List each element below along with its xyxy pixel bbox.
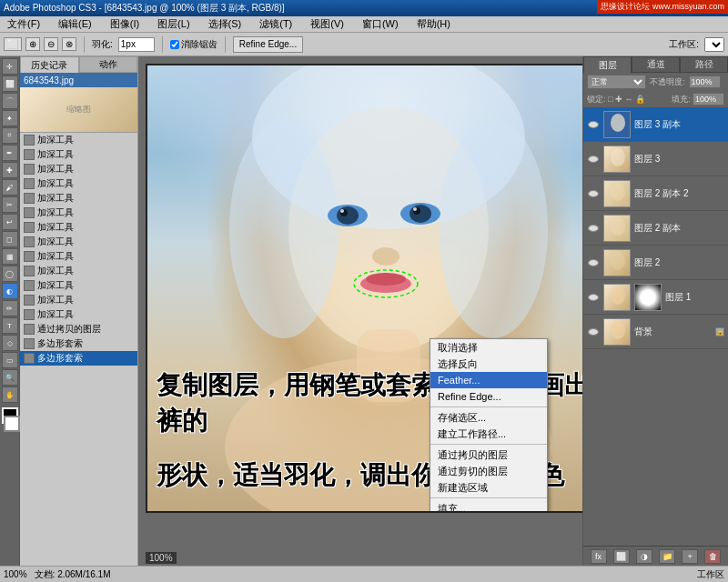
history-item-14[interactable]: 多边形套索 xyxy=(20,336,137,351)
layer-eye-6[interactable] xyxy=(587,326,600,338)
menu-view[interactable]: 视图(V) xyxy=(307,16,348,32)
ctx-copy-layer[interactable]: 通过拷贝的图层 xyxy=(430,447,547,463)
menu-window[interactable]: 窗口(W) xyxy=(359,16,402,32)
ctx-cancel-select[interactable]: 取消选择 xyxy=(430,339,547,356)
history-item-2[interactable]: 加深工具 xyxy=(20,162,137,176)
ctx-refine-edge[interactable]: Refine Edge... xyxy=(430,388,547,405)
tool-move[interactable]: ✛ xyxy=(2,58,18,75)
layer-item-4[interactable]: 图层 2 xyxy=(583,246,728,280)
tool-eyedrop[interactable]: ✒ xyxy=(2,145,18,161)
layer-new-btn[interactable]: + xyxy=(682,549,698,564)
refine-edge-button[interactable]: Refine Edge... xyxy=(233,36,303,53)
layer-item-2[interactable]: 图层 2 副本 2 xyxy=(583,176,728,211)
history-item-3[interactable]: 加深工具 xyxy=(20,176,137,191)
layer-item-1[interactable]: 图层 3 xyxy=(583,142,728,176)
layer-style-btn[interactable]: fx xyxy=(591,549,607,564)
tab-channels[interactable]: 通道 xyxy=(632,56,680,73)
opacity-input[interactable] xyxy=(689,75,721,88)
layer-eye-1[interactable] xyxy=(587,153,600,166)
tool-blur[interactable]: ◯ xyxy=(2,266,18,282)
layer-eye-4[interactable] xyxy=(587,256,600,269)
menu-filter[interactable]: 滤镜(T) xyxy=(256,16,296,32)
layer-mask-btn[interactable]: ⬜ xyxy=(613,549,630,564)
history-item-7[interactable]: 加深工具 xyxy=(20,235,137,249)
tool-eraser[interactable]: ◻ xyxy=(2,231,18,247)
blend-mode-select[interactable]: 正常 xyxy=(587,75,646,89)
tool-brush[interactable]: 🖌 xyxy=(2,179,18,196)
tab-paths[interactable]: 路径 xyxy=(680,56,728,73)
menu-file[interactable]: 文件(F) xyxy=(4,16,44,32)
layer-item-5[interactable]: 图层 1 xyxy=(583,280,728,315)
ctx-cut-layer[interactable]: 通过剪切的图层 xyxy=(430,463,547,479)
menu-help[interactable]: 帮助(H) xyxy=(413,16,454,32)
tool-shape[interactable]: ▭ xyxy=(2,352,18,368)
ctx-fill[interactable]: 填充... xyxy=(430,500,547,511)
anti-alias-label: 消除锯齿 xyxy=(170,38,217,51)
ctx-feather[interactable]: Feather... xyxy=(430,372,547,388)
history-list: 加深工具 加深工具 加深工具 加深工具 加深工具 加深工具 加深工具 加深工具 … xyxy=(20,133,137,566)
tool-clone[interactable]: ✂ xyxy=(2,196,18,213)
tool-heal[interactable]: ✚ xyxy=(2,162,18,178)
history-tab[interactable]: 历史记录 xyxy=(20,56,79,73)
ctx-invert-select[interactable]: 选择反向 xyxy=(430,356,547,372)
layer-thumb-5 xyxy=(603,284,631,311)
history-item-6[interactable]: 加深工具 xyxy=(20,220,137,235)
history-item-11[interactable]: 加深工具 xyxy=(20,293,137,307)
ctx-work-path[interactable]: 建立工作路径... xyxy=(430,426,547,442)
ctx-save-select[interactable]: 存储选区... xyxy=(430,409,547,426)
tool-path[interactable]: ◇ xyxy=(2,335,18,351)
history-item-4[interactable]: 加深工具 xyxy=(20,191,137,206)
layer-group-btn[interactable]: 📁 xyxy=(659,549,675,564)
tool-hand[interactable]: ✋ xyxy=(2,386,18,403)
toolbar-icon2[interactable]: ⊕ xyxy=(25,37,40,51)
toolbar-icon4[interactable]: ⊗ xyxy=(62,37,76,51)
tool-gradient[interactable]: ▦ xyxy=(2,248,18,265)
history-item-12[interactable]: 加深工具 xyxy=(20,307,137,322)
menu-layer[interactable]: 图层(L) xyxy=(154,16,193,32)
right-panels: 图层 通道 路径 正常 不透明度: 锁定: □ ✚ ↔ 🔒 填充: xyxy=(582,56,728,566)
toolbar-icon1[interactable]: ⬜ xyxy=(4,37,22,51)
history-item-5[interactable]: 加深工具 xyxy=(20,206,137,220)
layer-adj-btn[interactable]: ◑ xyxy=(636,549,652,564)
history-item-15[interactable]: 多边形套索 xyxy=(20,351,137,366)
tab-layers[interactable]: 图层 xyxy=(583,56,632,73)
history-item-1[interactable]: 加深工具 xyxy=(20,147,137,162)
layer-eye-5[interactable] xyxy=(587,291,600,304)
fill-input[interactable] xyxy=(693,93,724,105)
menu-edit[interactable]: 编辑(E) xyxy=(55,16,96,32)
tool-lasso[interactable]: ⌒ xyxy=(2,93,18,109)
history-item-8[interactable]: 加深工具 xyxy=(20,249,137,264)
layer-item-6[interactable]: 背景 🔒 xyxy=(583,315,728,349)
hist-icon-15 xyxy=(24,353,35,364)
layer-eye-2[interactable] xyxy=(587,187,600,200)
feather-input[interactable] xyxy=(118,37,155,52)
history-item-13[interactable]: 通过拷贝的图层 xyxy=(20,322,137,336)
layer-item-3[interactable]: 图层 2 副本 xyxy=(583,211,728,246)
tool-crop[interactable]: ⌗ xyxy=(2,127,18,144)
toolbar-icon3[interactable]: ⊖ xyxy=(44,37,58,51)
history-item-0[interactable]: 加深工具 xyxy=(20,133,137,147)
anti-alias-checkbox[interactable] xyxy=(170,40,179,49)
tool-history[interactable]: ↩ xyxy=(2,214,18,230)
ctx-new-select[interactable]: 新建选区域 xyxy=(430,479,547,496)
layer-item-0[interactable]: 图层 3 副本 xyxy=(583,107,728,142)
svg-point-12 xyxy=(372,247,399,266)
canvas-area[interactable]: 复制图层，用钢笔或套索工具，勾画出嘴裤的 形状，适当羽化，调出你喜欢的颜色 取消… xyxy=(138,56,582,566)
menu-select[interactable]: 选择(S) xyxy=(205,16,246,32)
layer-eye-3[interactable] xyxy=(587,222,600,235)
history-item-9[interactable]: 加深工具 xyxy=(20,264,137,278)
tool-marquee[interactable]: ⬜ xyxy=(2,75,18,92)
tool-zoom[interactable]: 🔍 xyxy=(2,369,18,386)
layer-eye-0[interactable] xyxy=(587,118,600,131)
tool-pen[interactable]: ✏ xyxy=(2,300,18,316)
menu-image[interactable]: 图像(I) xyxy=(106,16,143,32)
tool-dodge[interactable]: ◐ xyxy=(2,283,18,299)
history-item-10[interactable]: 加深工具 xyxy=(20,278,137,293)
tool-wand[interactable]: ✦ xyxy=(2,110,18,126)
layer-delete-btn[interactable]: 🗑 xyxy=(704,549,721,564)
svg-point-5 xyxy=(337,206,359,225)
tool-text[interactable]: T xyxy=(2,317,18,334)
actions-tab[interactable]: 动作 xyxy=(79,56,138,73)
workarea-select[interactable] xyxy=(704,37,724,52)
background-color[interactable] xyxy=(4,416,20,432)
